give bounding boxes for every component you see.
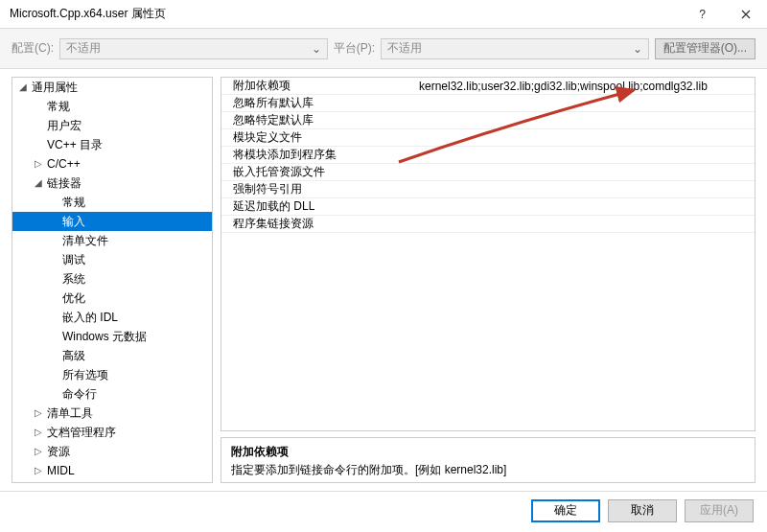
- tree-item-label: 高级: [60, 346, 85, 365]
- tree-item[interactable]: 常规: [12, 97, 212, 116]
- tree-item[interactable]: 所有选项: [12, 365, 212, 384]
- tree-item-label: 清单文件: [60, 231, 108, 250]
- chevron-down-icon: ⌄: [633, 42, 642, 56]
- tree-item[interactable]: ▷资源: [12, 442, 212, 461]
- tree-item-label: VC++ 目录: [45, 135, 103, 154]
- tree-item-label: Windows 元数据: [60, 327, 147, 346]
- property-name: 强制符号引用: [221, 181, 413, 197]
- tree-item-label: 链接器: [45, 173, 81, 193]
- config-manager-button[interactable]: 配置管理器(O)...: [655, 38, 755, 59]
- property-name: 模块定义文件: [221, 129, 413, 146]
- property-row[interactable]: 强制符号引用: [221, 181, 755, 198]
- toolbar: 配置(C): 不适用 ⌄ 平台(P): 不适用 ⌄ 配置管理器(O)...: [0, 29, 767, 69]
- description-panel: 附加依赖项 指定要添加到链接命令行的附加项。[例如 kernel32.lib]: [221, 437, 755, 483]
- tree-item-label: 命令行: [60, 384, 97, 404]
- tree-item[interactable]: 优化: [12, 289, 212, 308]
- property-value[interactable]: kernel32.lib;user32.lib;gdi32.lib;winspo…: [413, 80, 755, 93]
- property-grid[interactable]: 附加依赖项kernel32.lib;user32.lib;gdi32.lib;w…: [221, 77, 755, 431]
- config-label: 配置(C):: [12, 40, 54, 57]
- chevron-right-icon[interactable]: ▷: [32, 423, 45, 442]
- tree-item[interactable]: 调试: [12, 250, 212, 269]
- chevron-down-icon[interactable]: ◢: [16, 78, 30, 97]
- tree-item-label: 嵌入的 IDL: [60, 308, 118, 327]
- tree-item-label: 常规: [45, 97, 70, 116]
- tree-item-label: 常规: [60, 193, 85, 212]
- tree-item-label: 资源: [45, 442, 70, 461]
- property-row[interactable]: 忽略特定默认库: [221, 112, 755, 129]
- property-row[interactable]: 模块定义文件: [221, 129, 755, 147]
- property-name: 附加依赖项: [221, 78, 413, 94]
- platform-combo[interactable]: 不适用 ⌄: [381, 38, 649, 59]
- property-row[interactable]: 忽略所有默认库: [221, 95, 755, 112]
- property-row[interactable]: 嵌入托管资源文件: [221, 164, 755, 181]
- tree-item[interactable]: 用户宏: [12, 116, 212, 135]
- config-combo[interactable]: 不适用 ⌄: [59, 38, 328, 59]
- tree-item[interactable]: VC++ 目录: [12, 135, 212, 154]
- tree-item[interactable]: Windows 元数据: [12, 327, 212, 346]
- tree-item[interactable]: 输入: [12, 212, 212, 231]
- property-name: 将模块添加到程序集: [221, 147, 413, 163]
- description-text: 指定要添加到链接命令行的附加项。[例如 kernel32.lib]: [231, 462, 745, 478]
- property-row[interactable]: 程序集链接资源: [221, 216, 755, 233]
- tree-item[interactable]: 嵌入的 IDL: [12, 308, 212, 327]
- tree-item[interactable]: ◢通用属性: [12, 78, 212, 97]
- property-name: 嵌入托管资源文件: [221, 164, 413, 180]
- property-name: 忽略所有默认库: [221, 95, 413, 111]
- tree-item-label: 调试: [60, 250, 85, 269]
- tree-item[interactable]: ▷MIDL: [12, 461, 212, 480]
- cancel-button[interactable]: 取消: [608, 499, 677, 522]
- tree-item-label: 优化: [60, 289, 85, 308]
- property-name: 程序集链接资源: [221, 216, 413, 232]
- tree-item-label: 所有选项: [60, 365, 108, 384]
- tree-item[interactable]: ▷清单工具: [12, 404, 212, 423]
- property-row[interactable]: 延迟加载的 DLL: [221, 198, 755, 216]
- titlebar: Microsoft.Cpp.x64.user 属性页 ?: [0, 0, 767, 29]
- chevron-right-icon[interactable]: ▷: [32, 461, 45, 480]
- apply-button[interactable]: 应用(A): [685, 499, 754, 522]
- tree-item-label: MIDL: [45, 461, 75, 480]
- tree-item-label: 用户宏: [45, 116, 81, 135]
- tree-item[interactable]: 命令行: [12, 384, 212, 404]
- tree-item-label: 输入: [60, 212, 85, 231]
- chevron-down-icon[interactable]: ◢: [32, 173, 45, 193]
- close-button[interactable]: [724, 0, 767, 29]
- tree-item[interactable]: ▷C/C++: [12, 154, 212, 173]
- tree-item[interactable]: 常规: [12, 193, 212, 212]
- tree-item[interactable]: 系统: [12, 269, 212, 289]
- ok-button[interactable]: 确定: [531, 499, 600, 522]
- window-title: Microsoft.Cpp.x64.user 属性页: [10, 6, 681, 22]
- platform-label: 平台(P):: [334, 40, 375, 57]
- footer: 确定 取消 应用(A): [0, 491, 767, 529]
- chevron-down-icon: ⌄: [312, 42, 321, 56]
- property-name: 忽略特定默认库: [221, 112, 413, 128]
- config-value: 不适用: [66, 40, 101, 57]
- close-icon: [741, 10, 751, 19]
- chevron-right-icon[interactable]: ▷: [32, 404, 45, 423]
- content-pane: 附加依赖项kernel32.lib;user32.lib;gdi32.lib;w…: [221, 77, 755, 483]
- chevron-right-icon[interactable]: ▷: [32, 442, 45, 461]
- tree-item[interactable]: ▷文档管理程序: [12, 423, 212, 442]
- tree-item-label: 通用属性: [30, 78, 78, 97]
- main: ◢通用属性常规用户宏VC++ 目录▷C/C++◢链接器常规输入清单文件调试系统优…: [0, 69, 767, 491]
- tree-item-label: 清单工具: [45, 404, 93, 423]
- tree-item-label: C/C++: [45, 154, 81, 173]
- nav-tree[interactable]: ◢通用属性常规用户宏VC++ 目录▷C/C++◢链接器常规输入清单文件调试系统优…: [12, 77, 213, 483]
- tree-item[interactable]: 清单文件: [12, 231, 212, 250]
- platform-value: 不适用: [387, 40, 422, 57]
- tree-item-label: 文档管理程序: [45, 423, 116, 442]
- help-button[interactable]: ?: [681, 0, 724, 29]
- property-name: 延迟加载的 DLL: [221, 198, 413, 215]
- tree-item[interactable]: ◢链接器: [12, 173, 212, 193]
- property-row[interactable]: 将模块添加到程序集: [221, 147, 755, 164]
- chevron-right-icon[interactable]: ▷: [32, 154, 45, 173]
- tree-item-label: 系统: [60, 269, 85, 289]
- property-row[interactable]: 附加依赖项kernel32.lib;user32.lib;gdi32.lib;w…: [221, 78, 755, 95]
- description-title: 附加依赖项: [231, 444, 745, 460]
- tree-item[interactable]: 高级: [12, 346, 212, 365]
